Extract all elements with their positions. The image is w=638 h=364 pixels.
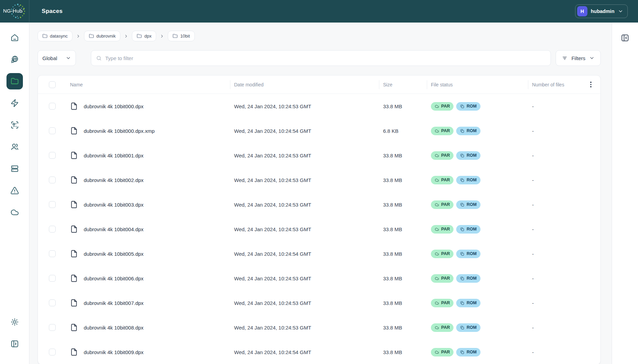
- table-row[interactable]: dubrovnik 4k 10bit008.dpx Wed, 24 Jan 20…: [38, 315, 600, 340]
- status-badge-par: PAR: [431, 323, 453, 332]
- sidebar-item-users[interactable]: [6, 139, 23, 155]
- scope-selector[interactable]: Global: [38, 50, 76, 66]
- status-badge-rom: ROM: [456, 176, 480, 184]
- sidebar-item-settings[interactable]: [6, 314, 23, 330]
- sidebar-item-alerts[interactable]: [6, 182, 23, 199]
- file-name: dubrovnik 4k 10bit005.dpx: [84, 251, 144, 257]
- number-of-files: -: [528, 128, 581, 134]
- row-checkbox[interactable]: [49, 226, 56, 233]
- gear-icon: [10, 318, 19, 326]
- search-input[interactable]: [105, 55, 546, 61]
- date-modified: Wed, 24 Jan 2024, 10:24:53 GMT: [230, 226, 379, 232]
- app: NG-Hub™ Spaces H hubadmin: [0, 0, 638, 364]
- table-row[interactable]: dubrovnik 4k 10bit001.dpx Wed, 24 Jan 20…: [38, 143, 600, 168]
- table-row[interactable]: dubrovnik 4k 10bit000.dpx.xmp Wed, 24 Ja…: [38, 118, 600, 143]
- breadcrumb-item[interactable]: 10bit: [168, 31, 194, 41]
- breadcrumb-item[interactable]: dpx: [132, 31, 156, 41]
- table-row[interactable]: dubrovnik 4k 10bit003.dpx Wed, 24 Jan 20…: [38, 192, 600, 217]
- sidebar-item-files[interactable]: [6, 73, 23, 89]
- row-checkbox[interactable]: [49, 250, 56, 257]
- filter-search: [91, 50, 551, 66]
- row-checkbox[interactable]: [49, 103, 56, 110]
- globe-search-icon: [10, 55, 19, 64]
- file-size: 33.8 MB: [379, 325, 427, 331]
- table-row[interactable]: dubrovnik 4k 10bit006.dpx Wed, 24 Jan 20…: [38, 266, 600, 291]
- sidebar-item-storage[interactable]: [6, 160, 23, 177]
- copy-icon: [460, 178, 464, 182]
- cloud-icon: [435, 178, 439, 182]
- row-checkbox[interactable]: [49, 152, 56, 159]
- status-badge-par: PAR: [431, 176, 453, 184]
- file-size: 33.8 MB: [379, 153, 427, 158]
- row-checkbox[interactable]: [49, 349, 56, 355]
- sidebar-item-explore[interactable]: [6, 51, 23, 68]
- table-row[interactable]: dubrovnik 4k 10bit004.dpx Wed, 24 Jan 20…: [38, 217, 600, 241]
- row-checkbox[interactable]: [49, 299, 56, 306]
- date-modified: Wed, 24 Jan 2024, 10:24:54 GMT: [230, 349, 379, 355]
- table-row[interactable]: dubrovnik 4k 10bit000.dpx Wed, 24 Jan 20…: [38, 94, 600, 118]
- file-name: dubrovnik 4k 10bit000.dpx: [84, 103, 144, 109]
- row-checkbox[interactable]: [49, 127, 56, 134]
- cloud-icon: [435, 276, 439, 281]
- table-row[interactable]: dubrovnik 4k 10bit007.dpx Wed, 24 Jan 20…: [38, 291, 600, 315]
- status-badge-rom: ROM: [456, 274, 480, 283]
- file-name: dubrovnik 4k 10bit009.dpx: [84, 349, 144, 355]
- status-badge-par: PAR: [431, 348, 453, 356]
- sidebar: [0, 23, 29, 364]
- cloud-icon: [435, 252, 439, 256]
- user-menu[interactable]: H hubadmin: [575, 4, 628, 18]
- copy-icon: [460, 129, 464, 133]
- table-options-menu[interactable]: [587, 81, 595, 89]
- cloud-icon: [10, 208, 19, 217]
- sidebar-expand-button[interactable]: [6, 336, 23, 352]
- sidebar-item-actions[interactable]: [6, 95, 23, 111]
- copy-icon: [460, 227, 464, 232]
- chevron-right-icon: [124, 34, 128, 39]
- table-row[interactable]: dubrovnik 4k 10bit002.dpx Wed, 24 Jan 20…: [38, 168, 600, 192]
- copy-icon: [460, 153, 464, 158]
- breadcrumb-item[interactable]: dubrovnik: [84, 31, 120, 41]
- file-status: PAR ROM: [427, 348, 528, 356]
- status-badge-par: PAR: [431, 299, 453, 307]
- scope-value: Global: [42, 55, 57, 61]
- page-title: Spaces: [42, 8, 63, 15]
- file-size: 6.8 KB: [379, 128, 427, 134]
- date-modified: Wed, 24 Jan 2024, 10:24:54 GMT: [230, 251, 379, 257]
- row-checkbox[interactable]: [49, 201, 56, 208]
- table-header: Name Date modified Size File status Numb…: [38, 75, 600, 94]
- file-status: PAR ROM: [427, 102, 528, 111]
- select-all-checkbox[interactable]: [49, 81, 56, 88]
- scan-icon: [10, 121, 19, 129]
- avatar: H: [577, 6, 587, 16]
- sidebar-item-cloud[interactable]: [6, 204, 23, 221]
- table-row[interactable]: dubrovnik 4k 10bit005.dpx Wed, 24 Jan 20…: [38, 241, 600, 266]
- file-name: dubrovnik 4k 10bit007.dpx: [84, 300, 144, 306]
- copy-icon: [460, 301, 464, 305]
- file-status: PAR ROM: [427, 200, 528, 209]
- sidebar-item-home[interactable]: [6, 29, 23, 46]
- file-icon: [70, 249, 78, 259]
- column-header-name: Name: [70, 82, 230, 87]
- date-modified: Wed, 24 Jan 2024, 10:24:53 GMT: [230, 202, 379, 208]
- row-checkbox[interactable]: [49, 324, 56, 331]
- filters-button[interactable]: Filters: [556, 50, 601, 66]
- collapse-panel-button[interactable]: [621, 33, 629, 42]
- breadcrumb-item[interactable]: datasync: [38, 31, 72, 41]
- copy-icon: [460, 252, 464, 256]
- file-name: dubrovnik 4k 10bit001.dpx: [84, 153, 144, 158]
- row-checkbox[interactable]: [49, 177, 56, 183]
- sidebar-item-scan[interactable]: [6, 117, 23, 133]
- file-icon: [70, 101, 78, 111]
- breadcrumb: datasync dubrovnik: [38, 31, 601, 41]
- number-of-files: -: [528, 153, 581, 158]
- table-row[interactable]: dubrovnik 4k 10bit009.dpx Wed, 24 Jan 20…: [38, 340, 600, 364]
- row-checkbox[interactable]: [49, 275, 56, 282]
- lightning-icon: [10, 99, 19, 108]
- folder-icon: [89, 33, 94, 39]
- date-modified: Wed, 24 Jan 2024, 10:24:53 GMT: [230, 325, 379, 331]
- copy-icon: [460, 350, 464, 354]
- collapse-panel-icon: [621, 33, 629, 42]
- main-content: datasync dubrovnik: [29, 23, 612, 364]
- status-badge-rom: ROM: [456, 299, 480, 307]
- status-badge-rom: ROM: [456, 250, 480, 258]
